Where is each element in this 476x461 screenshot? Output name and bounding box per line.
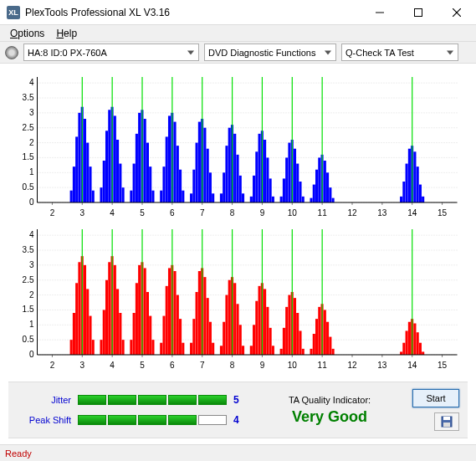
svg-rect-125 <box>318 157 320 202</box>
menu-help[interactable]: Help <box>51 26 82 41</box>
svg-text:13: 13 <box>377 361 387 370</box>
svg-rect-52 <box>75 136 78 202</box>
svg-rect-78 <box>162 166 165 202</box>
svg-rect-104 <box>250 197 253 202</box>
svg-text:4: 4 <box>110 361 115 370</box>
svg-rect-69 <box>133 164 136 202</box>
svg-rect-50 <box>70 191 73 202</box>
svg-rect-122 <box>310 198 312 202</box>
svg-rect-301 <box>443 417 450 420</box>
svg-rect-246 <box>228 280 231 355</box>
svg-rect-89 <box>198 122 201 202</box>
svg-rect-118 <box>294 149 296 202</box>
svg-rect-257 <box>264 289 266 355</box>
svg-rect-106 <box>255 151 258 202</box>
maximize-button[interactable] <box>399 0 438 24</box>
svg-text:14: 14 <box>407 361 417 370</box>
svg-rect-107 <box>258 134 261 202</box>
svg-rect-218 <box>136 283 138 355</box>
svg-text:2.5: 2.5 <box>23 275 34 284</box>
svg-rect-83 <box>177 146 179 202</box>
test-select[interactable]: Q-Check TA Test <box>341 44 458 61</box>
svg-text:3.5: 3.5 <box>23 93 34 102</box>
svg-text:14: 14 <box>407 208 417 218</box>
menu-options[interactable]: Options <box>5 26 49 41</box>
svg-rect-232 <box>179 319 182 355</box>
svg-text:11: 11 <box>318 361 328 370</box>
svg-rect-75 <box>149 166 151 202</box>
svg-rect-80 <box>168 115 171 202</box>
quality-bar-segment <box>108 415 136 425</box>
quality-bar-segment <box>198 415 227 425</box>
svg-rect-105 <box>253 176 255 202</box>
svg-rect-204 <box>86 289 89 355</box>
svg-rect-64 <box>114 115 116 202</box>
svg-text:2: 2 <box>29 138 34 147</box>
svg-rect-133 <box>406 164 408 202</box>
quality-bar-segment <box>168 395 197 405</box>
jitter-value: 5 <box>233 394 247 406</box>
svg-rect-210 <box>108 262 110 355</box>
svg-rect-51 <box>73 166 75 202</box>
svg-text:2: 2 <box>50 208 55 218</box>
svg-rect-65 <box>116 140 119 202</box>
svg-text:2: 2 <box>50 361 55 370</box>
svg-text:12: 12 <box>347 361 357 370</box>
svg-rect-137 <box>417 166 419 202</box>
svg-rect-136 <box>413 151 416 202</box>
window-title: PlexTools Professional XL V3.16 <box>25 7 361 18</box>
svg-text:0: 0 <box>29 197 34 207</box>
function-select[interactable]: DVD Diagnostic Functions <box>204 44 336 61</box>
svg-rect-102 <box>239 176 242 202</box>
svg-text:2.5: 2.5 <box>23 123 34 132</box>
window-controls <box>361 0 476 24</box>
svg-text:4: 4 <box>29 78 34 87</box>
minimize-button[interactable] <box>361 0 399 24</box>
svg-rect-222 <box>146 292 149 355</box>
svg-rect-270 <box>310 349 312 355</box>
bottom-panel: Jitter 5 Peak Shift 4 TA Quality Indicat… <box>8 382 468 438</box>
svg-rect-253 <box>253 325 255 355</box>
svg-rect-70 <box>136 134 138 202</box>
svg-rect-249 <box>236 304 238 355</box>
svg-rect-267 <box>296 313 299 355</box>
svg-text:3: 3 <box>29 260 34 269</box>
quality-bar-segment <box>78 395 106 405</box>
svg-text:8: 8 <box>230 208 235 218</box>
quality-bar-segment <box>138 395 166 405</box>
svg-rect-94 <box>212 193 214 202</box>
peakshift-value: 4 <box>233 414 247 426</box>
svg-rect-237 <box>198 271 201 355</box>
svg-rect-266 <box>294 298 296 355</box>
svg-text:0.5: 0.5 <box>23 182 34 192</box>
svg-text:6: 6 <box>170 208 175 218</box>
save-button[interactable] <box>434 412 459 431</box>
menu-bar: Options Help <box>0 25 476 42</box>
drive-select[interactable]: HA:8 ID:0 PX-760A <box>23 44 199 61</box>
svg-text:1.5: 1.5 <box>23 152 34 161</box>
svg-rect-129 <box>329 187 331 202</box>
svg-rect-279 <box>400 351 402 355</box>
svg-rect-275 <box>324 310 326 355</box>
svg-rect-276 <box>326 322 329 355</box>
svg-rect-62 <box>108 110 110 202</box>
jitter-row: Jitter 5 <box>17 394 247 406</box>
svg-rect-201 <box>78 262 80 355</box>
svg-rect-138 <box>419 185 422 202</box>
close-button[interactable] <box>438 0 476 24</box>
svg-rect-215 <box>122 340 125 355</box>
svg-rect-264 <box>288 295 290 355</box>
svg-rect-124 <box>315 170 318 202</box>
svg-text:1.5: 1.5 <box>23 305 34 314</box>
svg-rect-224 <box>151 340 154 355</box>
svg-rect-285 <box>417 332 419 355</box>
svg-rect-231 <box>177 295 179 355</box>
quality-bar-segment <box>168 415 197 425</box>
svg-rect-280 <box>402 343 405 355</box>
svg-rect-91 <box>203 128 206 202</box>
svg-text:10: 10 <box>288 208 298 218</box>
svg-rect-113 <box>280 197 283 202</box>
start-button[interactable]: Start <box>412 389 459 407</box>
svg-rect-248 <box>233 283 236 355</box>
svg-rect-101 <box>236 155 238 202</box>
